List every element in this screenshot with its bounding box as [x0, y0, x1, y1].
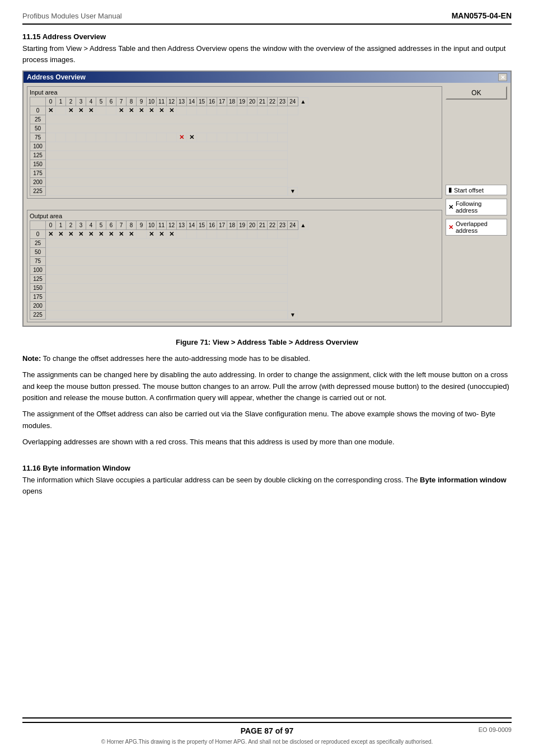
ok-button[interactable]: OK	[446, 86, 507, 100]
out-cell-0-2[interactable]: ✕	[66, 230, 76, 239]
out-cell-0-1[interactable]: ✕	[56, 230, 66, 239]
header-manual-id: MAN0575-04-EN	[452, 11, 512, 20]
input-cell-0-5	[96, 106, 106, 115]
out-cell-0-6[interactable]: ✕	[106, 230, 116, 239]
input-cell-75-13[interactable]: ✕	[177, 133, 187, 142]
output-row-header-0: 0	[30, 230, 46, 239]
input-row-header-0: 0	[30, 106, 46, 115]
out-cell-0-13	[177, 230, 187, 239]
col-header-2: 2	[66, 97, 76, 106]
input-cell-0-1	[56, 106, 66, 115]
input-cell-0-20	[247, 106, 257, 115]
dialog-close-button[interactable]: ✕	[498, 73, 507, 81]
input-cell-0-16	[207, 106, 217, 115]
col-header-10: 10	[147, 97, 157, 106]
input-row-header-100: 100	[30, 142, 46, 151]
input-row-50: 50	[30, 124, 309, 133]
input-cell-75-15	[197, 133, 207, 142]
input-row-25: 25	[30, 115, 309, 124]
input-scroll-up[interactable]: ▲	[298, 97, 308, 106]
input-cell-0-18	[227, 106, 237, 115]
overlapped-address-label: Overlapped address	[456, 220, 504, 234]
input-scroll-down[interactable]: ▼	[288, 187, 298, 196]
col-header-14: 14	[187, 97, 197, 106]
overlapped-address-legend: ✕ Overlapped address	[446, 219, 507, 236]
input-cell-0-10[interactable]: ✕	[147, 106, 157, 115]
input-cell-75-6	[106, 133, 116, 142]
input-cell-0-12[interactable]: ✕	[167, 106, 177, 115]
input-row-100-empty	[46, 142, 288, 151]
header-title: Profibus Modules User Manual	[22, 12, 122, 20]
body-paragraph-1: The assignments can be changed here by d…	[22, 369, 512, 404]
footer-copyright: © Horner APG.This drawing is the propert…	[101, 739, 433, 745]
input-area-label: Input area	[30, 89, 439, 96]
dialog-titlebar: Address Overview ✕	[24, 72, 510, 83]
following-address-label: Following address	[456, 200, 504, 214]
input-col-header-row: 0 1 2 3 4 5 6 7 8 9 10 1	[30, 97, 309, 106]
col-header-4: 4	[86, 97, 96, 106]
input-cell-0-8[interactable]: ✕	[127, 106, 137, 115]
following-address-legend: ✕ Following address	[446, 199, 507, 215]
out-col-header-1: 1	[56, 221, 66, 230]
output-grid-container: 0 1 2 3 4 5 6 7 8 9 10 1	[30, 220, 439, 320]
output-scroll-down[interactable]: ▼	[288, 311, 298, 320]
input-cell-75-9	[137, 133, 147, 142]
out-col-header-6: 6	[106, 221, 116, 230]
out-cell-0-24	[288, 230, 298, 239]
section-11-15-intro: Starting from View > Address Table and t…	[22, 43, 512, 65]
col-header-6: 6	[106, 97, 116, 106]
out-cell-0-7[interactable]: ✕	[116, 230, 127, 239]
input-row-225-empty	[46, 187, 288, 196]
input-row-header-175: 175	[30, 169, 46, 178]
input-row-150: 150	[30, 160, 309, 169]
col-header-17: 17	[217, 97, 227, 106]
out-cell-0-10[interactable]: ✕	[147, 230, 157, 239]
input-row-50-empty	[46, 124, 288, 133]
output-scroll-up[interactable]: ▲	[298, 221, 308, 230]
out-cell-0-15	[197, 230, 207, 239]
input-cell-0-2[interactable]: ✕	[66, 106, 76, 115]
out-cell-0-0[interactable]: ✕	[46, 230, 56, 239]
col-header-24: 24	[288, 97, 298, 106]
out-cell-0-12[interactable]: ✕	[167, 230, 177, 239]
out-cell-0-4[interactable]: ✕	[86, 230, 96, 239]
input-cell-0-9[interactable]: ✕	[137, 106, 147, 115]
out-col-header-16: 16	[207, 221, 217, 230]
input-cell-0-22	[268, 106, 278, 115]
out-cell-0-3[interactable]: ✕	[76, 230, 86, 239]
out-col-header-12: 12	[167, 221, 177, 230]
input-row-header-150: 150	[30, 160, 46, 169]
input-cell-75-14[interactable]: ✕	[187, 133, 197, 142]
note-content: To change the offset addresses here the …	[43, 354, 310, 363]
input-cell-0-14	[187, 106, 197, 115]
out-cell-0-5[interactable]: ✕	[96, 230, 106, 239]
out-col-header-8: 8	[127, 221, 137, 230]
input-row-225: 225 ▼	[30, 187, 309, 196]
input-cell-0-7[interactable]: ✕	[116, 106, 127, 115]
dialog-right-panel: OK ▮ Start offset ✕ Following address ✕ …	[446, 86, 507, 322]
body-paragraph-3: Overlapping addresses are shown with a r…	[22, 436, 512, 448]
input-row-125-empty	[46, 151, 288, 160]
out-col-header-7: 7	[116, 221, 127, 230]
col-header-1: 1	[56, 97, 66, 106]
input-cell-0-4[interactable]: ✕	[86, 106, 96, 115]
out-col-header-21: 21	[257, 221, 268, 230]
input-cell-0-11[interactable]: ✕	[157, 106, 167, 115]
out-cell-0-23	[278, 230, 288, 239]
input-grid-container: 0 1 2 3 4 5 6 7 8 9 10 1	[30, 97, 439, 196]
input-cell-0-19	[237, 106, 247, 115]
col-header-12: 12	[167, 97, 177, 106]
input-cell-0-3[interactable]: ✕	[76, 106, 86, 115]
output-row-150: 150	[30, 284, 309, 293]
footer-doc-id: EO 09-0009	[479, 726, 512, 733]
input-cell-0-23	[278, 106, 288, 115]
out-cell-0-11[interactable]: ✕	[157, 230, 167, 239]
input-cell-75-12	[167, 133, 177, 142]
input-cell-0-0[interactable]: ✕	[46, 106, 56, 115]
input-cell-75-4	[86, 133, 96, 142]
out-cell-0-8[interactable]: ✕	[127, 230, 137, 239]
output-row-225: 225 ▼	[30, 311, 309, 320]
input-cell-0-21	[257, 106, 268, 115]
dialog-title: Address Overview	[27, 73, 86, 81]
overlapped-address-icon: ✕	[448, 224, 453, 231]
